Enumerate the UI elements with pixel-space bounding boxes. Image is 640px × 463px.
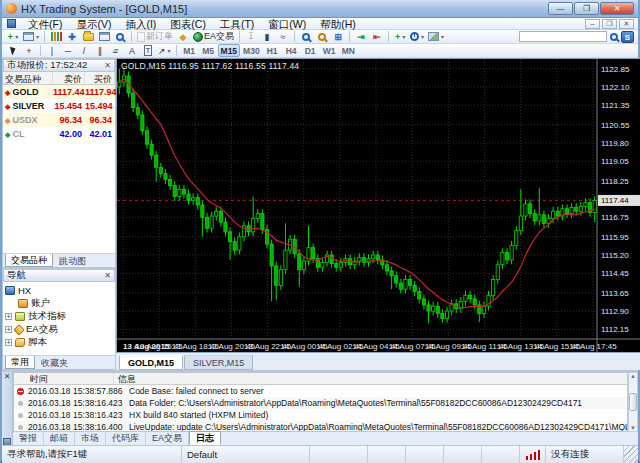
- restore-button[interactable]: ❐: [574, 2, 599, 15]
- chart-shift-button[interactable]: ⇤: [369, 30, 385, 43]
- timeframe-d1[interactable]: D1: [301, 44, 320, 57]
- tab-journal[interactable]: 日志: [189, 431, 221, 445]
- cursor-button[interactable]: [5, 44, 21, 57]
- timeframe-h4[interactable]: H4: [282, 44, 301, 57]
- journal-scrollbar[interactable]: ▲ ▼: [628, 372, 638, 432]
- auto-scroll-button[interactable]: ⇥: [353, 30, 369, 43]
- col-message[interactable]: 信息: [114, 373, 627, 384]
- log-row[interactable]: 2016.03.18 15:38:57.886Code Base: failed…: [14, 385, 627, 397]
- timeframe-w1[interactable]: W1: [320, 44, 339, 57]
- text-label-button[interactable]: T: [140, 44, 156, 57]
- tree-item-hx[interactable]: HX: [5, 284, 115, 297]
- col-bid[interactable]: 卖价: [53, 72, 85, 85]
- strategy-tester-button[interactable]: [112, 30, 128, 43]
- expand-icon[interactable]: +: [5, 313, 12, 320]
- timeframe-m5[interactable]: M5: [199, 44, 218, 57]
- community-badge[interactable]: S: [621, 31, 634, 43]
- tile-windows-button[interactable]: ⊞: [330, 30, 346, 43]
- tab-market[interactable]: 市场: [75, 432, 106, 445]
- vertical-line-button[interactable]: |: [44, 44, 60, 57]
- tab-mailbox[interactable]: 邮箱: [44, 432, 75, 445]
- symbol-row-gold[interactable]: ◆GOLD 1117.441117.94: [3, 85, 115, 99]
- menu-item-help[interactable]: 帮助(H): [313, 18, 363, 30]
- search-input[interactable]: [519, 31, 607, 42]
- symbol-row-usdx[interactable]: ◆USDX 96.3496.34: [3, 113, 115, 127]
- log-row[interactable]: 2016.03.18 15:38:16.423HX build 840 star…: [14, 409, 627, 421]
- fibonacci-button[interactable]: ≡: [108, 44, 124, 57]
- profiles-button[interactable]: ▾: [21, 30, 41, 43]
- menu-item-charts[interactable]: 图表(C): [163, 18, 213, 30]
- terminal-button[interactable]: [96, 30, 112, 43]
- menu-item-view[interactable]: 显示(V): [69, 18, 118, 30]
- tab-experts[interactable]: EA交易: [146, 432, 189, 445]
- horizontal-line-button[interactable]: ─: [60, 44, 76, 57]
- tab-codebase[interactable]: 代码库: [106, 432, 146, 445]
- scroll-up-icon[interactable]: ▲: [630, 373, 636, 379]
- scrollbar-thumb[interactable]: [629, 393, 637, 411]
- status-connection[interactable]: 没有连接: [546, 446, 624, 463]
- mdi-close-button[interactable]: ✕: [619, 19, 634, 29]
- tab-alerts[interactable]: 警报: [13, 432, 44, 445]
- zoom-in-button[interactable]: [298, 30, 314, 43]
- periods-button[interactable]: ▾: [408, 30, 426, 43]
- tree-item-scripts[interactable]: +脚本: [5, 336, 115, 349]
- mdi-minimize-button[interactable]: –: [585, 19, 600, 29]
- candlestick-button[interactable]: ▮: [259, 30, 275, 43]
- close-button[interactable]: ✕: [600, 2, 634, 15]
- mdi-restore-button[interactable]: ❐: [602, 19, 617, 29]
- col-ask[interactable]: 买价: [85, 72, 115, 85]
- close-icon[interactable]: ✕: [4, 373, 11, 381]
- search-icon[interactable]: [610, 33, 618, 41]
- tab-common[interactable]: 常用: [5, 356, 35, 369]
- market-watch-button[interactable]: [48, 30, 64, 43]
- log-row[interactable]: 2016.03.18 15:38:16.423Data Folder: C:\U…: [14, 397, 627, 409]
- line-chart-button[interactable]: ≈: [275, 30, 291, 43]
- scroll-down-icon[interactable]: ▼: [630, 425, 636, 431]
- indicators-button[interactable]: +▾: [392, 30, 408, 43]
- price-chart[interactable]: 1122.851122.101121.351120.551119.801119.…: [116, 58, 640, 353]
- connection-bars-icon[interactable]: [520, 446, 546, 463]
- bar-chart-button[interactable]: ⌶: [243, 30, 259, 43]
- menu-item-file[interactable]: 文件(F): [21, 18, 69, 30]
- timeframe-mn[interactable]: MN: [339, 44, 358, 57]
- expand-icon[interactable]: +: [5, 326, 12, 333]
- timeframe-h1[interactable]: H1: [263, 44, 282, 57]
- symbol-row-silver[interactable]: ◆SILVER 15.45415.494: [3, 99, 115, 113]
- new-chart-button[interactable]: +▾: [5, 30, 21, 43]
- metaeditor-button[interactable]: ◆: [175, 30, 191, 43]
- close-icon[interactable]: ✕: [104, 61, 111, 70]
- timeframe-m1[interactable]: M1: [180, 44, 199, 57]
- tab-favorites[interactable]: 收藏夹: [35, 356, 74, 369]
- menu-item-insert[interactable]: 插入(I): [118, 18, 163, 30]
- text-button[interactable]: A: [124, 44, 140, 57]
- menu-item-window[interactable]: 窗口(W): [261, 18, 313, 30]
- menu-item-tools[interactable]: 工具(T): [213, 18, 261, 30]
- tab-tick-chart[interactable]: 跳动图: [53, 254, 92, 267]
- symbol-row-cl[interactable]: ◆CL 42.0042.01: [3, 127, 115, 141]
- zoom-out-button[interactable]: [314, 30, 330, 43]
- minimize-button[interactable]: —: [548, 2, 573, 15]
- scripts-icon: [15, 338, 25, 347]
- data-window-button[interactable]: ✚: [64, 30, 80, 43]
- tree-item-ea[interactable]: +EA交易: [5, 323, 115, 336]
- expand-icon[interactable]: +: [5, 339, 12, 346]
- chart-tab-silver[interactable]: SILVER,M15: [184, 355, 253, 370]
- status-profile[interactable]: Default: [182, 446, 310, 463]
- templates-button[interactable]: ▾: [426, 30, 446, 43]
- tree-item-indicators[interactable]: +技术指标: [5, 310, 115, 323]
- timeframe-m15[interactable]: M15: [218, 44, 241, 57]
- crosshair-button[interactable]: +: [21, 44, 37, 57]
- arrows-button[interactable]: ↗▾: [156, 44, 173, 57]
- col-symbol[interactable]: 交易品种: [3, 72, 53, 85]
- trendline-button[interactable]: /: [76, 44, 92, 57]
- chart-tab-gold[interactable]: GOLD,M15: [119, 355, 183, 370]
- ea-trade-button[interactable]: EA交易: [191, 30, 236, 43]
- col-time[interactable]: 时间: [14, 373, 114, 384]
- timeframe-m30[interactable]: M30: [240, 44, 263, 57]
- close-icon[interactable]: ✕: [104, 271, 111, 280]
- channel-button[interactable]: ∥: [92, 44, 108, 57]
- tab-symbols[interactable]: 交易品种: [5, 254, 53, 267]
- navigator-button[interactable]: [80, 30, 96, 43]
- tree-item-accounts[interactable]: 账户: [5, 297, 115, 310]
- resize-grip[interactable]: [624, 446, 638, 463]
